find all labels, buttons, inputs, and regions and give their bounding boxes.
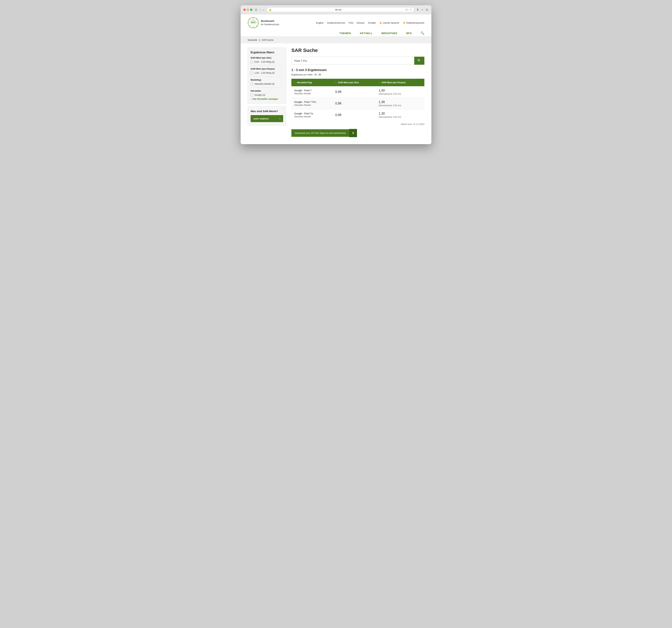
top-link-english[interactable]: English: [316, 22, 323, 24]
tabs-button[interactable]: ⧉: [425, 8, 429, 12]
sort-arrow-sar-koerper: ↑: [379, 81, 380, 84]
sort-arrow-hersteller: ↑: [294, 81, 295, 84]
top-navigation: BfS Bundesamt für Strahlenschutz English…: [241, 14, 431, 36]
translate-icon: ⟨A⟩: [405, 8, 408, 11]
results-per-page-label: Ergebnisse pro Seite: [291, 73, 313, 76]
device-model-0: Aktuelles Modell: [294, 92, 330, 95]
col-sar-koerper-label: SAR-Wert (am Körper): [382, 81, 406, 84]
col-sar-koerper[interactable]: ↑ SAR-Wert (am Körper): [376, 79, 424, 86]
main-content: Ergebnisse filtern SAR-Wert (am Ohr) 0,5…: [241, 43, 431, 144]
breadcrumb-current: SAR Suche: [262, 39, 273, 41]
top-links: English Inhaltsverzeichnis FAQ Glossar K…: [316, 22, 424, 24]
sort-arrow-sar-ohr: ↑: [335, 81, 337, 84]
top-link-leichte-sprache[interactable]: 🖐 Leichte Sprache: [379, 22, 399, 24]
search-nav-icon[interactable]: 🔍: [421, 31, 424, 35]
browser-actions: ⬆ + ⧉: [416, 8, 429, 12]
nav-aktuell[interactable]: AKTUELL: [360, 32, 373, 35]
filter-sar-ohr-label: 0,50 - 1,00 W/kg (3): [255, 60, 274, 63]
per-page-30[interactable]: 30: [314, 73, 317, 76]
nav-bfs[interactable]: BFS: [406, 32, 412, 35]
table-row: Google - Pixel 7 Aktuelles Modell 0,99 1…: [291, 86, 424, 98]
filter-sar-ohr-checkbox[interactable]: [250, 61, 253, 63]
stand-text: Stand vom: 21.11.2024: [291, 123, 424, 125]
download-icon-button[interactable]: ⬇: [349, 129, 357, 137]
filter-modelltyp-label: Aktuelles Modell (3): [255, 82, 274, 85]
sar-body-cell-1: 1,38 (Messabstand: 0,50 cm): [376, 98, 424, 109]
mehr-erfahren-chevron-icon: ›: [280, 117, 280, 120]
col-hersteller[interactable]: ↑ Hersteller/Typ: [291, 79, 333, 86]
svg-text:BfS: BfS: [251, 21, 255, 24]
sidebar-toggle-button[interactable]: ⊡: [254, 8, 258, 12]
lock-icon: 🔒: [269, 8, 271, 11]
table-row: Google - Pixel 7 Pro Aktuelles Modell 0,…: [291, 98, 424, 109]
col-hersteller-label: Hersteller/Typ: [297, 81, 312, 84]
table-body: Google - Pixel 7 Aktuelles Modell 0,99 1…: [291, 86, 424, 121]
logo-text: Bundesamt für Strahlenschutz: [261, 19, 279, 26]
download-label: Download (csv, 247 KB, Datei ist nicht b…: [295, 132, 345, 134]
breadcrumb-home[interactable]: Startseite: [248, 39, 257, 41]
device-model-1: Aktuelles Modell: [294, 104, 330, 106]
breadcrumb: Startseite ❯ SAR Suche: [241, 36, 431, 43]
sar-body-value-0: 1,40: [379, 89, 422, 92]
close-button[interactable]: [243, 8, 246, 11]
main-nav-items: THEMEN AKTUELL MEDIATHEK BFS 🔍: [339, 31, 424, 35]
device-cell-0: Google - Pixel 7 Aktuelles Modell: [291, 86, 333, 98]
per-page-60[interactable]: 60: [318, 73, 321, 76]
logo-line2: für Strahlenschutz: [261, 23, 279, 26]
logo-area: BfS Bundesamt für Strahlenschutz: [248, 17, 279, 28]
maximize-button[interactable]: [250, 8, 253, 11]
nav-themen[interactable]: THEMEN: [339, 32, 351, 35]
bfs-logo[interactable]: BfS: [248, 17, 259, 28]
device-model-2: Aktuelles Modell: [294, 115, 330, 118]
reload-icon[interactable]: ↻: [410, 8, 412, 11]
sar-ear-cell-1: 0,98: [333, 98, 376, 109]
info-box: Was sind SAR-Werte? mehr erfahren ›: [248, 106, 286, 125]
mehr-erfahren-label: mehr erfahren: [254, 117, 269, 120]
address-bar[interactable]: 🔒 bfs.de ⟨A⟩ ↻: [267, 7, 414, 12]
divider-3: [250, 87, 283, 87]
top-link-glossar[interactable]: Glossar: [357, 22, 364, 24]
sar-ear-value-2: 0,99: [335, 113, 341, 117]
top-link-gebaerdensprache[interactable]: 🤚 Gebärdensprache: [403, 22, 424, 24]
gebaerdensprache-icon: 🤚: [403, 22, 406, 24]
search-icon: 🔍: [417, 59, 421, 62]
filter-box: Ergebnisse filtern SAR-Wert (am Ohr) 0,5…: [248, 48, 286, 104]
device-cell-2: Google - Pixel 7a Aktuelles Modell: [291, 109, 333, 121]
search-bar: 🔍: [291, 57, 424, 65]
nav-mediathek[interactable]: MEDIATHEK: [381, 32, 398, 35]
info-box-title: Was sind SAR-Werte?: [250, 110, 283, 112]
filter-sar-koerper-checkbox[interactable]: [250, 72, 253, 74]
sar-body-cell-0: 1,40 (Messabstand: 0,50 cm): [376, 86, 424, 98]
filter-section-sar-ohr-title: SAR-Wert (am Ohr): [250, 56, 283, 59]
top-link-inhaltsverzeichnis[interactable]: Inhaltsverzeichnis: [327, 22, 345, 24]
filter-hersteller-checkbox[interactable]: [250, 94, 253, 96]
col-sar-ohr[interactable]: ↑ SAR-Wert (am Ohr): [333, 79, 376, 86]
filter-hersteller-label: Google (3): [255, 94, 265, 96]
device-name-2: Google - Pixel 7a: [294, 112, 330, 115]
filter-title: Ergebnisse filtern: [250, 51, 283, 54]
search-button[interactable]: 🔍: [414, 57, 424, 65]
search-input[interactable]: [291, 57, 414, 65]
leichte-sprache-icon: 🖐: [379, 22, 382, 24]
filter-sar-ohr-item[interactable]: 0,50 - 1,00 W/kg (3): [250, 60, 283, 63]
back-button[interactable]: ‹: [260, 8, 262, 12]
show-all-hersteller-link[interactable]: › Alle Hersteller anzeigen: [250, 98, 283, 100]
filter-hersteller-item[interactable]: Google (3): [250, 94, 283, 96]
results-summary: 1 - 3 von 3 Ergebnissen: [291, 68, 424, 72]
new-tab-button[interactable]: +: [421, 8, 424, 12]
minimize-button[interactable]: [247, 8, 249, 11]
forward-button[interactable]: ›: [263, 8, 265, 12]
sar-ear-value-1: 0,98: [335, 102, 341, 105]
top-link-kontakt[interactable]: Kontakt: [368, 22, 376, 24]
top-link-faq[interactable]: FAQ: [349, 22, 353, 24]
filter-modelltyp-checkbox[interactable]: [250, 83, 253, 85]
sar-body-note-2: (Messabstand: 0,50 cm): [379, 116, 422, 118]
nav-buttons: ‹ ›: [260, 8, 265, 12]
sar-body-note-0: (Messabstand: 0,50 cm): [379, 93, 422, 95]
mehr-erfahren-button[interactable]: mehr erfahren ›: [250, 115, 283, 122]
filter-sar-koerper-item[interactable]: 1,00 - 1,50 W/kg (3): [250, 72, 283, 74]
filter-modelltyp-item[interactable]: Aktuelles Modell (3): [250, 82, 283, 85]
sar-body-value-1: 1,38: [379, 100, 422, 104]
download-button[interactable]: Download (csv, 247 KB, Datei ist nicht b…: [291, 129, 349, 137]
share-button[interactable]: ⬆: [416, 8, 419, 12]
